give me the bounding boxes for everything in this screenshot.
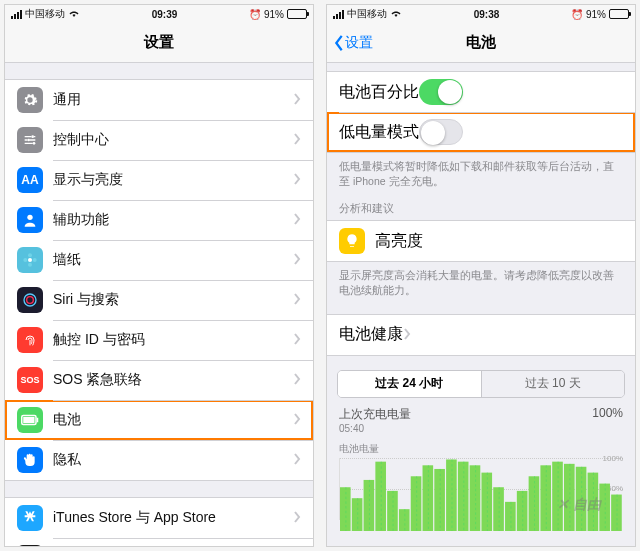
page-title: 电池 [466,33,496,52]
phone-settings: 中国移动 09:39 ⏰ 91% 设置 通用控制中心AA显示与亮度辅助功能墙纸S… [4,4,314,547]
row-sos[interactable]: SOSSOS 紧急联络 [5,360,313,400]
back-button[interactable]: 设置 [333,23,373,62]
battery-icon [17,407,43,433]
wallet-icon [17,545,43,546]
chevron-right-icon [293,171,301,189]
chart-title: 电池电量 [327,436,635,458]
row-label: 隐私 [53,451,293,469]
page-title: 设置 [144,33,174,52]
svg-point-7 [23,258,27,262]
battery-pct: 91% [264,9,284,20]
clock: 09:39 [152,9,178,20]
svg-point-5 [28,253,32,257]
svg-rect-13 [37,418,39,423]
nav-header: 设置 [5,23,313,63]
suggestion-note: 显示屏亮度高会消耗大量的电量。请考虑降低亮度以改善电池续航能力。 [327,262,635,297]
seg-10d[interactable]: 过去 10 天 [481,371,625,397]
svg-point-1 [27,139,30,142]
low-power-label: 低电量模式 [339,122,419,143]
chevron-right-icon [293,509,301,527]
svg-rect-27 [387,491,398,531]
svg-rect-33 [423,465,434,531]
toggle-battery-percentage[interactable] [419,79,463,105]
row-suggestion-brightness[interactable]: 高亮度 [327,221,635,261]
row-control-center[interactable]: 控制中心 [5,120,313,160]
row-itunes[interactable]: iTunes Store 与 App Store [5,498,313,538]
row-wallpaper[interactable]: 墙纸 [5,240,313,280]
gear-icon [17,87,43,113]
svg-rect-65 [611,494,622,531]
svg-point-6 [28,263,32,267]
svg-rect-25 [375,461,386,530]
status-bar: 中国移动 09:38 ⏰ 91% [327,5,635,23]
row-battery-percentage[interactable]: 电池百分比 [327,72,635,112]
svg-rect-51 [529,476,540,531]
back-label: 设置 [345,34,373,52]
svg-point-10 [27,297,34,304]
nav-header: 设置 电池 [327,23,635,63]
alarm-icon: ⏰ [571,9,583,20]
svg-rect-49 [517,491,528,531]
chevron-right-icon [293,91,301,109]
chevron-right-icon [293,451,301,469]
row-label: 辅助功能 [53,211,293,229]
svg-rect-47 [505,502,516,531]
row-label: 控制中心 [53,131,293,149]
row-display[interactable]: AA显示与亮度 [5,160,313,200]
settings-list[interactable]: 通用控制中心AA显示与亮度辅助功能墙纸Siri 与搜索触控 ID 与密码SOSS… [5,63,313,546]
row-label: 墙纸 [53,251,293,269]
row-accessibility[interactable]: 辅助功能 [5,200,313,240]
suggestion-title: 高亮度 [375,231,423,252]
svg-point-2 [33,142,36,145]
svg-rect-29 [399,509,410,531]
svg-rect-45 [493,487,504,531]
chevron-right-icon [293,211,301,229]
last-charge-time: 05:40 [327,423,635,436]
svg-rect-12 [23,417,34,423]
row-touchid[interactable]: 触控 ID 与密码 [5,320,313,360]
toggle-low-power-mode[interactable] [419,119,463,145]
row-label: 触控 ID 与密码 [53,331,293,349]
row-low-power-mode[interactable]: 低电量模式 [327,112,635,152]
seg-24h[interactable]: 过去 24 小时 [338,371,481,397]
wifi-icon [390,8,402,20]
svg-rect-43 [481,472,492,530]
sos-icon: SOS [17,367,43,393]
carrier-label: 中国移动 [25,7,65,21]
sliders-icon [17,127,43,153]
chevron-right-icon [293,251,301,269]
chevron-right-icon [293,291,301,309]
row-siri[interactable]: Siri 与搜索 [5,280,313,320]
row-label: 通用 [53,91,293,109]
wifi-icon [68,8,80,20]
row-battery[interactable]: 电池 [5,400,313,440]
chevron-right-icon [293,411,301,429]
svg-point-0 [31,135,34,138]
carrier-label: 中国移动 [347,7,387,21]
alarm-icon: ⏰ [249,9,261,20]
battery-icon [287,9,307,19]
row-wallet[interactable]: 钱包与 Apple Pay [5,538,313,546]
signal-icon [333,10,344,19]
battery-health-label: 电池健康 [339,324,403,345]
svg-rect-31 [411,476,422,531]
last-charge-pct: 100% [592,406,623,423]
signal-icon [11,10,22,19]
row-label: SOS 紧急联络 [53,371,293,389]
row-general[interactable]: 通用 [5,80,313,120]
battery-content[interactable]: 电池百分比 低电量模式 低电量模式将暂时降低如下载和邮件获取等后台活动，直至 i… [327,63,635,546]
svg-rect-53 [540,465,551,531]
aa-icon: AA [17,167,43,193]
battery-pct: 91% [586,9,606,20]
svg-point-3 [27,215,32,220]
section-suggestions: 分析和建议 [327,188,635,220]
row-label: 电池 [53,411,293,429]
row-privacy[interactable]: 隐私 [5,440,313,480]
segmented-range[interactable]: 过去 24 小时 过去 10 天 [337,370,625,398]
person-icon [17,207,43,233]
row-battery-health[interactable]: 电池健康 [327,315,635,355]
low-power-note: 低电量模式将暂时降低如下载和邮件获取等后台活动，直至 iPhone 完全充电。 [327,153,635,188]
battery-usage-chart: 100% 50% ✕ 自由 [339,458,623,520]
svg-rect-21 [352,498,363,531]
svg-point-4 [28,258,32,262]
